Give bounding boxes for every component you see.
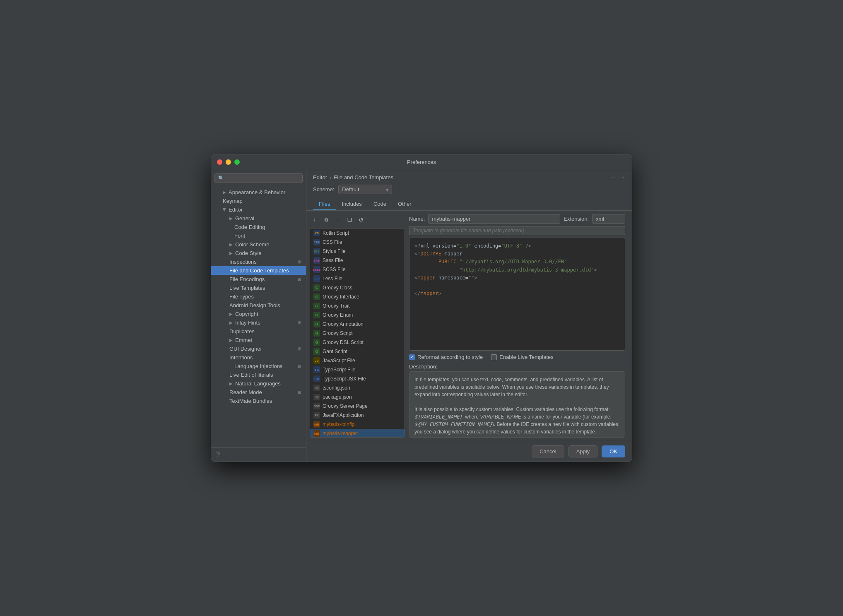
file-item-js[interactable]: JS JavaScript File [310,356,405,365]
file-item-label: Gant Script [323,349,347,354]
maximize-button[interactable] [234,159,240,165]
sidebar-item-language-injections[interactable]: Language Injections ⊞ [211,362,306,371]
sidebar-item-label: Inlay Hints [235,320,260,326]
sidebar-item-duplicates[interactable]: Duplicates [211,327,306,336]
file-item-groovy-interface[interactable]: G Groovy Interface [310,292,405,301]
file-item-groovy-dsl[interactable]: G Groovy DSL Script [310,338,405,347]
reformat-checkbox[interactable] [409,354,415,360]
ok-button[interactable]: OK [602,445,625,457]
sidebar-item-editor[interactable]: ▶ Editor [211,205,306,214]
file-item-mybatis-mapper[interactable]: MB mybatis-mapper [310,429,405,438]
sidebar-item-textmate[interactable]: TextMate Bundles [211,397,306,405]
file-item-sass[interactable]: SAS Sass File [310,256,405,265]
sidebar-item-file-templates[interactable]: File and Code Templates [211,266,306,275]
sidebar-item-live-edit[interactable]: Live Edit of literals [211,371,306,379]
scheme-label: Scheme: [313,186,334,192]
file-item-tsx[interactable]: TSX TypeScript JSX File [310,374,405,383]
sidebar-item-intentions[interactable]: Intentions [211,353,306,362]
sidebar-item-keymap[interactable]: Keymap [211,197,306,205]
sidebar-item-code-style[interactable]: ▶ Code Style [211,249,306,257]
sidebar-item-general[interactable]: ▶ General [211,214,306,223]
sidebar-item-appearance[interactable]: ▶ Appearance & Behavior [211,188,306,197]
search-icon: 🔍 [218,176,224,181]
file-item-groovy-script[interactable]: G Groovy Script [310,329,405,338]
file-item-css[interactable]: CSS CSS File [310,238,405,247]
chevron-icon: ▶ [229,312,233,316]
file-item-label: CSS File [323,239,342,245]
file-icon: SCSS [313,266,320,273]
sidebar-item-copyright[interactable]: ▶ Copyright [211,310,306,318]
add-button[interactable]: + [310,215,320,225]
file-item-groovy-enum[interactable]: G Groovy Enum [310,310,405,320]
checkboxes-row: Reformat according to style Enable Live … [409,354,625,360]
code-editor[interactable]: <?xml version="1.0" encoding="UTF-8" ?> … [409,238,625,351]
sidebar-item-font[interactable]: Font [211,231,306,240]
tab-includes[interactable]: Includes [336,198,367,210]
file-item-groovy-class[interactable]: G Groovy Class [310,283,405,292]
forward-arrow[interactable]: → [620,174,625,180]
sidebar-item-emmet[interactable]: ▶ Emmet [211,336,306,344]
name-input[interactable] [428,214,560,224]
tab-files[interactable]: Files [313,198,336,210]
file-item-package-json[interactable]: ⚙ package.json [310,392,405,402]
file-icon: SAS [313,257,320,264]
sidebar-item-label: Color Scheme [235,241,269,248]
reformat-checkbox-label[interactable]: Reformat according to style [409,354,483,360]
extension-input[interactable] [592,214,625,224]
sidebar-item-color-scheme[interactable]: ▶ Color Scheme [211,240,306,249]
back-arrow[interactable]: ← [611,174,617,180]
description-text-1: In file templates, you can use text, cod… [414,376,620,398]
file-item-groovy-annotation[interactable]: G Groovy Annotation [310,320,405,329]
scheme-select[interactable]: Default [338,185,392,194]
live-templates-checkbox[interactable] [491,354,497,360]
sidebar-item-file-types[interactable]: File Types [211,292,306,301]
copy-button[interactable]: ⧉ [321,215,331,225]
code-line: "http://mybatis.org/dtd/mybatis-3-mapper… [414,266,620,274]
file-icon: G [313,330,320,337]
sidebar-help[interactable]: ? [211,447,306,462]
file-item-groovy-trait[interactable]: G Groovy Trait [310,301,405,310]
remove-button[interactable]: − [333,215,343,225]
file-item-gsp[interactable]: GSP Groovy Server Page [310,402,405,411]
code-line: <mapper namespace=""> [414,274,620,282]
sidebar-item-natural-languages[interactable]: ▶ Natural Languages [211,379,306,388]
file-item-gant[interactable]: G Gant Script [310,347,405,356]
file-icon: ⚙ [313,394,320,400]
breadcrumb-parent: Editor [313,174,327,180]
sidebar-item-file-encodings[interactable]: File Encodings ⊞ [211,275,306,284]
sidebar-item-reader-mode[interactable]: Reader Mode ⊞ [211,388,306,397]
file-item-label: TypeScript JSX File [323,376,366,382]
file-item-less[interactable]: LESS Less File [310,274,405,283]
sidebar-item-inspections[interactable]: Inspections ⊞ [211,257,306,266]
tab-code[interactable]: Code [368,198,392,210]
file-item-kotlin-script[interactable]: KS Kotlin Script [310,229,405,238]
close-button[interactable] [217,159,222,165]
sidebar-item-live-templates[interactable]: Live Templates [211,284,306,292]
sidebar-item-label: File Types [229,294,254,300]
sidebar-item-android-design[interactable]: Android Design Tools [211,301,306,310]
file-item-label: Groovy Interface [323,294,359,300]
file-item-javafx[interactable]: FX JavaFXApplication [310,411,405,420]
file-item-label: Groovy Annotation [323,321,364,327]
reset-button[interactable]: ↺ [356,215,366,225]
sidebar-item-label: Live Edit of literals [229,372,273,378]
file-item-scss[interactable]: SCSS SCSS File [310,265,405,274]
cancel-button[interactable]: Cancel [532,445,564,457]
live-templates-checkbox-label[interactable]: Enable Live Templates [491,354,554,360]
search-box[interactable]: 🔍 [214,173,303,183]
duplicate-button[interactable]: ❑ [344,215,354,225]
file-icon: KS [313,230,320,236]
file-item-mybatis-config[interactable]: MB mybatis-config [310,420,405,429]
sidebar-item-inlay-hints[interactable]: ▶ Inlay Hints ⊞ [211,318,306,327]
sidebar-item-code-editing[interactable]: Code Editing [211,223,306,231]
name-extension-row: Name: Extension: [409,214,625,224]
file-item-stylus[interactable]: STY Stylus File [310,247,405,256]
file-item-tsconfig[interactable]: ⚙ tsconfig.json [310,383,405,392]
sidebar-badge: ⊞ [298,277,301,282]
minimize-button[interactable] [226,159,231,165]
filename-input[interactable] [409,226,625,235]
tab-other[interactable]: Other [392,198,417,210]
sidebar-item-gui-designer[interactable]: GUI Designer ⊞ [211,344,306,353]
apply-button[interactable]: Apply [568,445,598,457]
file-item-ts[interactable]: TS TypeScript File [310,365,405,374]
